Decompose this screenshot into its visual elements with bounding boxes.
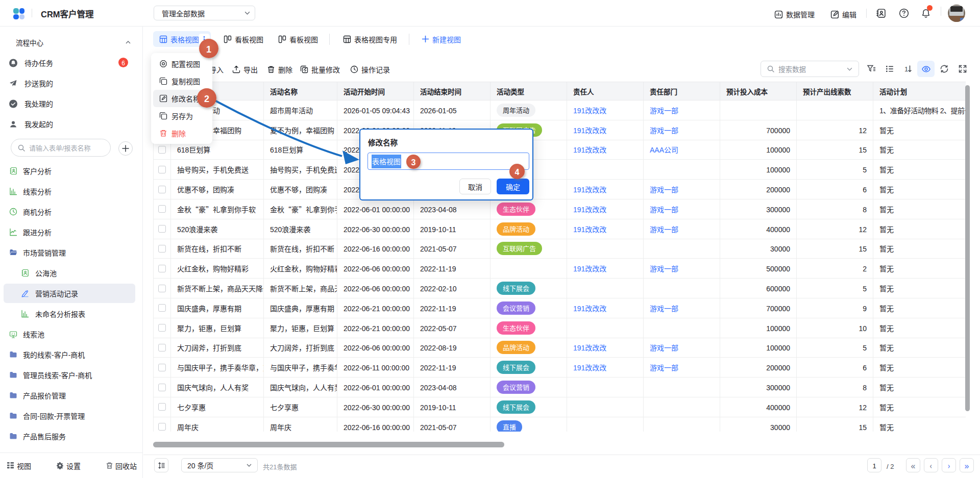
svg-text:1: 1 <box>904 65 908 73</box>
